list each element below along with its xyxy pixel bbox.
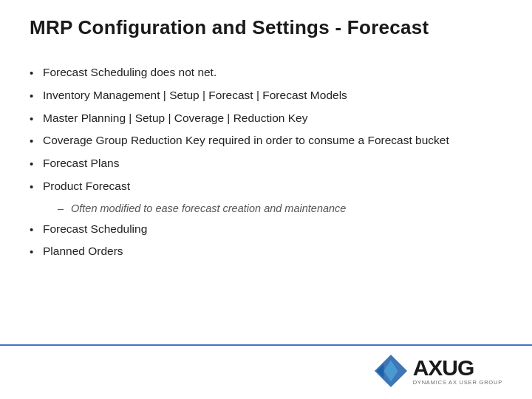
slide-title: MRP Configuration and Settings - Forecas… <box>30 16 502 39</box>
list-item: • Inventory Management | Setup | Forecas… <box>30 87 502 104</box>
bullet-icon: • <box>30 179 43 195</box>
list-item: • Coverage Group Reduction Key required … <box>30 132 502 149</box>
bullet-icon: • <box>30 65 43 81</box>
list-item: • Master Planning | Setup | Coverage | R… <box>30 110 502 127</box>
footer: AX UG DYNAMICS AX USER GROUP <box>0 344 532 399</box>
sub-dash-item: – Often modified to ease forecast creati… <box>30 201 502 216</box>
bullet-text: Coverage Group Reduction Key required in… <box>43 132 502 149</box>
bullet-text: Forecast Scheduling does not net. <box>43 64 502 81</box>
list-item: • Product Forecast <box>30 178 502 195</box>
logo-text-block: AX UG DYNAMICS AX USER GROUP <box>413 357 502 386</box>
bullet-text: Forecast Scheduling <box>43 221 502 237</box>
bullet-icon: • <box>30 156 43 172</box>
content-area: • Forecast Scheduling does not net. • In… <box>0 51 532 344</box>
axug-logo: AX UG DYNAMICS AX USER GROUP <box>373 353 502 389</box>
bullet-text: Inventory Management | Setup | Forecast … <box>43 87 502 103</box>
dash-text: Often modified to ease forecast creation… <box>71 201 502 216</box>
bullet-text: Product Forecast <box>43 178 502 194</box>
title-bar: MRP Configuration and Settings - Forecas… <box>0 0 532 51</box>
logo-subtitle-text: DYNAMICS AX USER GROUP <box>413 380 502 386</box>
list-item: • Planned Orders <box>30 243 502 260</box>
list-item: • Forecast Scheduling does not net. <box>30 64 502 81</box>
axug-diamond-icon <box>373 353 409 389</box>
logo-ax-text: AX <box>413 357 443 379</box>
bullet-text: Master Planning | Setup | Coverage | Red… <box>43 110 502 126</box>
list-item: • Forecast Scheduling <box>30 221 502 238</box>
bullet-text: Forecast Plans <box>43 155 502 171</box>
bullet-icon: • <box>30 244 43 260</box>
bullet-icon: • <box>30 88 43 104</box>
bullet-icon: • <box>30 133 43 149</box>
list-item: • Forecast Plans <box>30 155 502 172</box>
bullet-icon: • <box>30 111 43 127</box>
dash-icon: – <box>58 201 71 216</box>
bullet-icon: • <box>30 222 43 238</box>
slide: MRP Configuration and Settings - Forecas… <box>0 0 532 399</box>
bullet-text: Planned Orders <box>43 243 502 259</box>
logo-ug-text: UG <box>442 357 474 379</box>
